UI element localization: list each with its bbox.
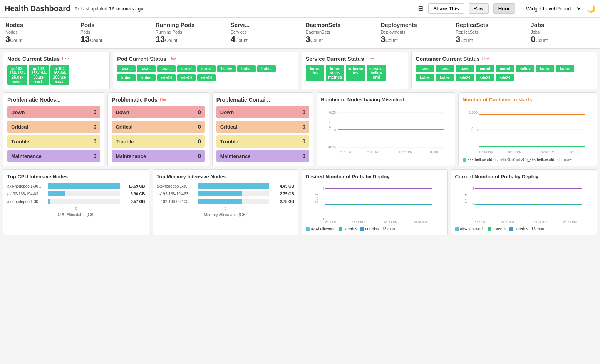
legend-color	[463, 158, 466, 162]
list-item[interactable]: site24	[197, 74, 216, 81]
svg-text:02:33 PM: 02:33 PM	[508, 150, 522, 154]
list-item[interactable]: kube-	[416, 74, 434, 81]
pod-chips: aws- aws- aws- cored cored hellov kube- …	[117, 65, 294, 81]
svg-text:02:52 PM: 02:52 PM	[541, 150, 555, 154]
list-item[interactable]: cored	[177, 65, 196, 72]
hour-button[interactable]: Hour	[493, 3, 515, 14]
list-item[interactable]: kube-	[137, 74, 156, 81]
list-item[interactable]: cored	[476, 65, 494, 72]
list-item[interactable]: site24	[456, 74, 474, 81]
summary-services[interactable]: Servi... Services 4Count	[225, 18, 300, 48]
pods-critical-item[interactable]: Critical0	[112, 121, 204, 133]
svg-text:3: 3	[323, 186, 325, 190]
svg-text:02:14 PM: 02:14 PM	[479, 150, 493, 154]
svg-text:1,000: 1,000	[469, 111, 478, 114]
list-item[interactable]: ip-192-168-194-63.us-east-	[29, 65, 49, 85]
list-item[interactable]: cored	[197, 65, 216, 72]
list-item[interactable]: site24	[177, 74, 196, 81]
containers-trouble-item[interactable]: Trouble0	[216, 135, 309, 148]
refresh-icon[interactable]: ↻	[75, 6, 79, 12]
problematic-containers-panel: Problematic Contai... Down0 Critical0 Tr…	[212, 92, 313, 166]
svg-text:-0.05: -0.05	[328, 145, 336, 149]
list-item[interactable]: site24	[496, 74, 514, 81]
desired-pods-panel: Desired Number of Pods by Deploy... Coun…	[302, 169, 448, 235]
list-item[interactable]: kube-	[556, 65, 574, 72]
monitor-icon: 🖥	[417, 5, 424, 13]
svg-text:2: 2	[323, 202, 325, 206]
nodes-critical-item[interactable]: Critical0	[7, 121, 100, 133]
list-item[interactable]: kube-dns	[306, 65, 324, 81]
svg-text:Count: Count	[315, 193, 318, 203]
nodes-maintenance-item[interactable]: Maintenance0	[7, 150, 100, 162]
summary-running-pods[interactable]: Running Pods Running Pods 13Count	[150, 18, 225, 48]
svg-text:02:34 PM: 02:34 PM	[365, 150, 378, 154]
list-item[interactable]: hellov	[217, 65, 236, 72]
svg-text:02:31 PM: 02:31 PM	[352, 221, 365, 224]
svg-text:02:14 P...: 02:14 P...	[325, 221, 338, 224]
list-item[interactable]: site24	[476, 74, 494, 81]
summary-replicasets[interactable]: ReplicaSets ReplicaSets 3Count	[450, 18, 525, 48]
period-select[interactable]: Widget Level Period	[520, 3, 582, 14]
cpu-bar-chart: aks-nodepool1-30... 16.69 GB p-192-168-1…	[7, 183, 145, 217]
service-chips: kube-dns kube-state-metrics kubernetes s…	[306, 65, 404, 81]
list-item[interactable]: ip-192-168-66-103.us-east-	[50, 65, 69, 85]
svg-text:1: 1	[472, 217, 474, 221]
pods-maintenance-item[interactable]: Maintenance0	[112, 150, 204, 162]
list-item[interactable]: aws-	[117, 65, 136, 72]
restarts-legend: aks-helloworld-6cd5457987-mhz5b_aks-hell…	[463, 158, 593, 162]
status-row: Node Current Status Live ip-192-168-181-…	[3, 52, 597, 89]
pods-trouble-item[interactable]: Trouble0	[112, 135, 204, 148]
containers-maintenance-item[interactable]: Maintenance0	[216, 150, 309, 162]
list-item[interactable]: site24	[157, 74, 176, 81]
containers-critical-item[interactable]: Critical0	[216, 121, 309, 133]
svg-text:02:48 PM: 02:48 PM	[384, 221, 398, 224]
list-item[interactable]: kubernetes	[346, 65, 365, 81]
list-item[interactable]: kube-	[436, 74, 454, 81]
containers-down-item[interactable]: Down0	[216, 106, 309, 118]
list-item[interactable]: aws-	[456, 65, 474, 72]
share-this-button[interactable]: Share This	[428, 3, 464, 14]
list-item[interactable]: aws-	[137, 65, 156, 72]
list-item[interactable]: aws-	[157, 65, 176, 72]
list-item[interactable]: kube-	[237, 65, 256, 72]
pods-down-item[interactable]: Down0	[112, 106, 204, 118]
misscheduled-chart-panel: Number of Nodes having Missched... Count…	[317, 92, 455, 166]
node-current-status-panel: Node Current Status Live ip-192-168-181-…	[3, 52, 110, 89]
svg-text:03:10...: 03:10...	[430, 150, 441, 154]
list-item[interactable]: ip-192-168-181-26.us-east-	[7, 65, 27, 85]
nodes-trouble-item[interactable]: Trouble0	[7, 135, 100, 148]
summary-jobs[interactable]: Jobs Jobs 0Count	[525, 18, 600, 48]
dark-mode-icon[interactable]: 🌙	[587, 5, 595, 13]
last-updated: ↻ Last updated 12 seconds ago	[75, 6, 143, 12]
bottom-row: Top CPU Intensive Nodes aks-nodepool1-30…	[3, 169, 597, 235]
pod-current-status-panel: Pod Current Status Live aws- aws- aws- c…	[113, 52, 298, 89]
list-item[interactable]: hellov	[516, 65, 534, 72]
summary-nodes[interactable]: Nodes Nodes 3Count	[0, 18, 75, 48]
summary-deployments[interactable]: Deployments Deployments 3Count	[375, 18, 450, 48]
restarts-chart: Count 1,000 0 02:14 PM 02:33 PM 02:52 PM…	[463, 105, 593, 155]
list-item[interactable]: kube-	[257, 65, 276, 72]
header: Health Dashboard ↻ Last updated 12 secon…	[0, 0, 600, 18]
svg-text:02:48 PM: 02:48 PM	[533, 221, 547, 224]
summary-daemonsets[interactable]: DaemonSets DaemonSets 3Count	[300, 18, 375, 48]
raw-button[interactable]: Raw	[469, 3, 489, 14]
list-item[interactable]: service-helloworld	[367, 65, 386, 81]
list-item[interactable]: aws-	[416, 65, 434, 72]
list-item[interactable]: kube-state-metrics	[326, 65, 344, 81]
container-current-status-panel: Container Current Status Live aws- aws- …	[411, 52, 597, 89]
table-row: aks-nodepool1-30... 4.45 GB	[157, 183, 295, 189]
svg-text:3: 3	[472, 186, 474, 190]
summary-pods[interactable]: Pods Pods 13Count	[75, 18, 150, 48]
container-restarts-panel: Number of Container restarts Count 1,000…	[458, 92, 597, 166]
list-item[interactable]: aws-	[436, 65, 454, 72]
desired-pods-chart: Count 3 2 1 02:14 P... 02:31 PM 02:48 PM…	[306, 182, 444, 224]
svg-text:02:16 PM: 02:16 PM	[338, 150, 351, 154]
table-row: aks-nodepool1-30... 0.57 GB	[7, 199, 145, 204]
list-item[interactable]: cored	[496, 65, 514, 72]
nodes-down-item[interactable]: Down0	[7, 106, 100, 118]
list-item[interactable]: kube-	[117, 74, 136, 81]
misscheduled-chart: Count 0.05 0 -0.05 02:16 PM 02:34 PM 02:…	[321, 105, 451, 155]
current-pods-legend: aks-helloworld coredns coredns 13 more..…	[455, 227, 593, 231]
list-item[interactable]: kube-	[536, 65, 554, 72]
svg-text:Count: Count	[328, 120, 332, 130]
